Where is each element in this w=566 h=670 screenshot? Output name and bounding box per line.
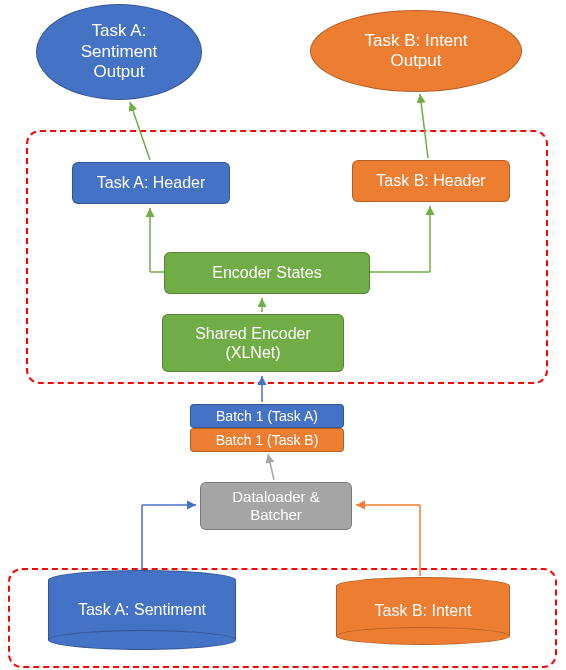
task-b-datasource: Task B: Intent bbox=[336, 586, 510, 636]
task-b-datasource-label: Task B: Intent bbox=[375, 602, 472, 620]
encoder-states: Encoder States bbox=[164, 252, 370, 294]
task-a-output: Task A: Sentiment Output bbox=[36, 4, 202, 100]
task-a-datasource-label: Task A: Sentiment bbox=[78, 601, 206, 619]
dataloader-batcher: Dataloader & Batcher bbox=[200, 482, 352, 530]
task-a-header: Task A: Header bbox=[72, 162, 230, 204]
task-a-datasource: Task A: Sentiment bbox=[48, 580, 236, 640]
svg-line-8 bbox=[268, 454, 274, 480]
task-b-output: Task B: Intent Output bbox=[310, 10, 522, 92]
shared-encoder: Shared Encoder (XLNet) bbox=[162, 314, 344, 372]
batch-task-b: Batch 1 (Task B) bbox=[190, 428, 344, 452]
task-b-header: Task B: Header bbox=[352, 160, 510, 202]
batch-task-a: Batch 1 (Task A) bbox=[190, 404, 344, 428]
